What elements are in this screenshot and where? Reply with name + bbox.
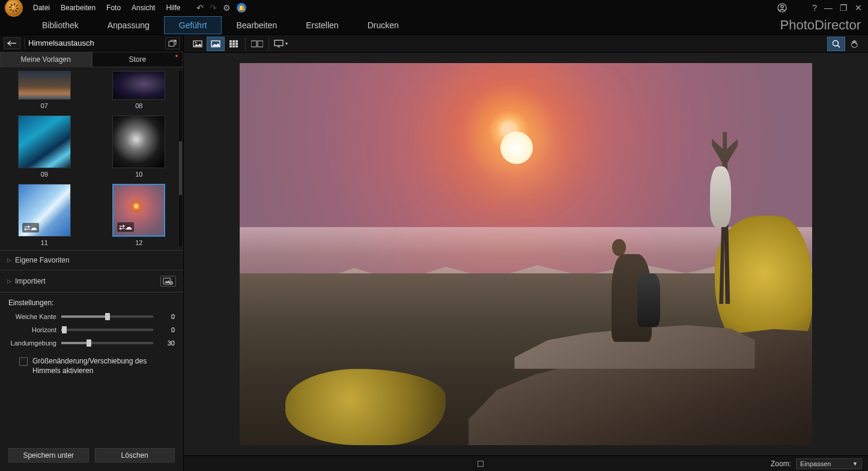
menu-edit[interactable]: Bearbeiten <box>55 4 101 12</box>
zoom-label: Zoom: <box>771 460 791 468</box>
accordion-label: Eigene Favoriten <box>15 256 70 264</box>
slider-value: 30 <box>158 339 175 347</box>
zoom-select[interactable]: Einpassen ▼ <box>796 458 862 469</box>
slider-knob[interactable] <box>86 339 91 347</box>
breadcrumb-label: Himmelsaustausch <box>28 38 162 47</box>
sky-template-11[interactable]: ⇄☁ <box>18 184 71 237</box>
slider-track[interactable] <box>61 315 153 318</box>
svg-point-1 <box>781 5 783 8</box>
slider-soft-edge: Weiche Kante 0 <box>8 313 175 320</box>
sky-template-07[interactable] <box>18 71 71 100</box>
maximize-icon[interactable]: ❐ <box>840 3 848 13</box>
slider-horizon: Horizont 0 <box>8 326 175 333</box>
zoom-tool-icon[interactable] <box>827 37 845 51</box>
notification-icon[interactable]: 🔔 <box>237 3 246 13</box>
nav-library[interactable]: Bibliothek <box>28 17 93 34</box>
slider-knob[interactable] <box>105 313 110 320</box>
menu-help[interactable]: Hilfe <box>160 4 186 12</box>
slider-land-ambience: Landumgebung 30 <box>8 339 175 347</box>
checkbox-label: Größenänderung/Verschiebung des Himmels … <box>32 356 175 375</box>
nav-adjustment[interactable]: Anpassung <box>93 17 164 34</box>
help-icon[interactable]: ? <box>812 3 817 13</box>
view-grid-icon[interactable] <box>225 37 243 51</box>
thumb-label: 07 <box>41 102 48 109</box>
hand-tool-icon[interactable] <box>845 37 863 51</box>
sky-template-12[interactable]: ⇄☁ <box>112 184 165 237</box>
undo-icon[interactable]: ↶ <box>196 3 204 13</box>
svg-rect-16 <box>235 45 238 47</box>
account-icon[interactable] <box>777 3 787 13</box>
scrollbar-track[interactable] <box>179 71 182 246</box>
thumb-label: 10 <box>135 171 142 178</box>
app-brand: PhotoDirector <box>780 17 861 33</box>
view-compare-icon[interactable] <box>207 37 225 51</box>
thumb-label: 12 <box>135 239 142 246</box>
tab-store-label: Store <box>129 55 146 64</box>
menu-file[interactable]: Datei <box>28 4 55 12</box>
tab-templates[interactable]: Meine Vorlagen <box>0 52 92 67</box>
back-button[interactable] <box>4 37 20 49</box>
zoom-value: Einpassen <box>800 460 831 467</box>
view-split-icon[interactable] <box>248 37 266 51</box>
svg-rect-2 <box>169 41 174 46</box>
slider-label: Horizont <box>8 326 56 333</box>
thumb-label: 08 <box>135 102 142 109</box>
thumb-label: 11 <box>41 239 48 246</box>
delete-button[interactable]: Löschen <box>95 448 175 463</box>
nav-guided[interactable]: Geführt <box>164 16 222 34</box>
cloud-icon: ⇄☁ <box>22 223 39 232</box>
save-as-button[interactable]: Speichern unter <box>8 448 89 463</box>
chevron-down-icon: ▼ <box>852 461 858 467</box>
slider-knob[interactable] <box>62 326 67 333</box>
import-image-button[interactable] <box>160 276 176 287</box>
preview-canvas[interactable] <box>240 63 812 445</box>
thumb-label: 09 <box>41 171 48 178</box>
svg-rect-12 <box>232 43 235 45</box>
app-logo <box>5 0 23 17</box>
svg-point-20 <box>833 40 839 46</box>
cloud-icon: ⇄☁ <box>117 222 134 232</box>
chevron-right-icon: ▷ <box>7 257 11 263</box>
accordion-imported[interactable]: ▷ Importiert <box>0 270 183 292</box>
scrollbar-thumb[interactable] <box>179 141 182 195</box>
slider-value: 0 <box>158 326 175 333</box>
tab-store[interactable]: Store <box>92 52 184 67</box>
nav-create[interactable]: Erstellen <box>291 17 353 34</box>
minimize-icon[interactable]: — <box>824 3 833 13</box>
store-new-dot <box>175 55 178 57</box>
compare-toggle[interactable] <box>478 461 484 467</box>
close-icon[interactable]: ✕ <box>855 3 862 13</box>
slider-label: Landumgebung <box>8 339 56 347</box>
svg-rect-18 <box>258 41 263 47</box>
menu-view[interactable]: Ansicht <box>126 4 160 12</box>
redo-icon[interactable]: ↷ <box>210 3 217 13</box>
svg-rect-8 <box>229 40 232 43</box>
view-display-icon[interactable]: ▾ <box>272 37 290 51</box>
svg-rect-13 <box>235 43 238 45</box>
svg-rect-17 <box>251 41 256 47</box>
accordion-label: Importiert <box>15 277 46 285</box>
svg-rect-19 <box>275 40 283 46</box>
svg-rect-9 <box>232 40 235 43</box>
sky-template-09[interactable] <box>18 115 71 168</box>
accordion-favorites[interactable]: ▷ Eigene Favoriten <box>0 250 183 270</box>
svg-rect-10 <box>235 40 238 43</box>
popout-icon[interactable] <box>165 37 180 49</box>
menu-photo[interactable]: Foto <box>101 4 126 12</box>
sky-template-10[interactable] <box>112 115 165 168</box>
slider-track[interactable] <box>61 342 153 344</box>
slider-label: Weiche Kante <box>8 313 56 320</box>
nav-edit[interactable]: Bearbeiten <box>222 17 291 34</box>
svg-rect-14 <box>229 45 232 47</box>
slider-value: 0 <box>158 313 175 320</box>
sky-template-08[interactable] <box>112 71 165 100</box>
view-single-icon[interactable] <box>189 37 207 51</box>
chevron-right-icon: ▷ <box>7 278 11 284</box>
svg-rect-15 <box>232 45 235 47</box>
slider-track[interactable] <box>61 329 153 331</box>
svg-rect-11 <box>229 43 232 45</box>
nav-print[interactable]: Drucken <box>353 17 413 34</box>
svg-point-6 <box>195 41 197 43</box>
checkbox-enable-transform[interactable] <box>19 357 28 366</box>
gear-icon[interactable]: ⚙ <box>223 3 231 13</box>
